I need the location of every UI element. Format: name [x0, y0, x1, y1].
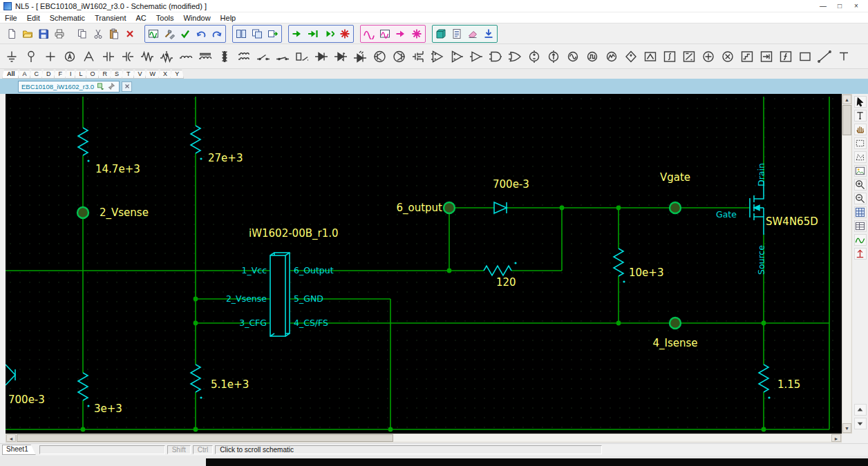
tools-icon[interactable] — [162, 26, 177, 41]
diode-symbol[interactable] — [494, 202, 507, 213]
voltage-source-icon[interactable] — [525, 47, 543, 66]
ic-body-front[interactable] — [270, 255, 285, 336]
redo-icon[interactable] — [209, 26, 225, 41]
or-gate-icon[interactable] — [506, 47, 524, 66]
resistor-symbol[interactable] — [78, 373, 88, 400]
led-icon[interactable] — [351, 47, 369, 66]
hand-icon[interactable] — [854, 124, 867, 135]
ac-sine-icon[interactable] — [361, 26, 377, 41]
minimize-button[interactable]: — — [815, 2, 831, 10]
table-icon[interactable] — [854, 220, 867, 232]
resistor-symbol[interactable] — [191, 126, 200, 153]
schematic-canvas[interactable]: 14.7e+3 27e+3 2_Vsense iW1602-00B_r1.0 6… — [6, 94, 842, 434]
pulse-source-icon[interactable] — [583, 47, 601, 66]
text-tool-icon[interactable] — [854, 110, 867, 122]
menu-item[interactable]: Transient — [90, 13, 131, 23]
coupled-coils-icon[interactable] — [235, 47, 253, 66]
run-icon[interactable] — [290, 26, 305, 41]
relay-icon[interactable] — [293, 47, 311, 66]
window-new-icon[interactable] — [249, 26, 265, 41]
probe-ring[interactable] — [670, 318, 681, 329]
step-icon[interactable] — [321, 26, 337, 41]
open-folder-icon[interactable] — [20, 26, 35, 41]
zoom-grid-icon[interactable] — [854, 206, 867, 218]
switch-open-icon[interactable] — [254, 47, 272, 66]
cursor-icon[interactable] — [854, 96, 867, 108]
filter-tab[interactable]: T — [122, 70, 135, 79]
ammeter-icon[interactable] — [61, 47, 79, 66]
zoom-in-icon[interactable] — [854, 179, 867, 191]
pwl-source-icon[interactable] — [603, 47, 621, 66]
scroll-up-button[interactable]: ▲ — [842, 95, 851, 104]
probe-ring[interactable] — [444, 202, 455, 213]
comparator-icon[interactable] — [448, 47, 466, 66]
copy-icon[interactable] — [75, 26, 90, 41]
text-icon[interactable] — [835, 47, 853, 66]
menu-item[interactable]: Tools — [151, 13, 179, 23]
window-tile-icon[interactable] — [234, 26, 249, 41]
capacitor-icon[interactable] — [100, 47, 117, 66]
filter-tab[interactable]: D — [41, 70, 56, 79]
switch-closed-icon[interactable] — [274, 47, 292, 66]
resistor-icon[interactable] — [138, 47, 156, 66]
page-up-icon[interactable] — [854, 404, 867, 416]
differentiator-icon[interactable] — [680, 47, 698, 66]
capacitor-polar-icon[interactable] — [119, 47, 137, 66]
page-down-icon[interactable] — [854, 418, 867, 429]
probe-ring[interactable] — [77, 207, 88, 218]
menu-item[interactable]: Schematic — [45, 13, 90, 23]
summer-icon[interactable] — [699, 47, 717, 66]
select-region-icon[interactable] — [854, 151, 867, 163]
npn-icon[interactable] — [370, 47, 388, 66]
export-icon[interactable] — [433, 26, 449, 41]
menu-item[interactable]: Edit — [22, 13, 45, 23]
waveform-icon[interactable] — [854, 234, 867, 246]
ground-icon[interactable] — [3, 47, 21, 66]
window-send-icon[interactable] — [265, 26, 281, 41]
sheet-tab[interactable]: Sheet1 — [2, 445, 36, 455]
horizontal-scrollbar[interactable]: ◄ ► — [6, 434, 842, 443]
wire-icon[interactable] — [815, 47, 833, 66]
goto-sheet-icon[interactable] — [96, 81, 106, 91]
filter-tab[interactable]: X — [158, 70, 172, 79]
ac-run-icon[interactable] — [393, 26, 408, 41]
wires[interactable] — [6, 97, 829, 429]
and-gate-icon[interactable] — [487, 47, 504, 66]
document-tab[interactable]: EBC10108_iW1602_r3.0 — [18, 81, 120, 93]
amplifier-icon[interactable] — [641, 47, 659, 66]
inductor-icon[interactable] — [177, 47, 195, 66]
sine-source-icon[interactable] — [564, 47, 582, 66]
vertical-scroll-thumb[interactable] — [842, 105, 851, 135]
cut-icon[interactable] — [91, 26, 106, 41]
opamp-icon[interactable] — [428, 47, 446, 66]
scroll-right-button[interactable]: ► — [831, 434, 841, 442]
zener-icon[interactable] — [332, 47, 350, 66]
ac-stop-icon[interactable] — [409, 26, 424, 41]
marker-icon[interactable] — [854, 248, 867, 260]
pnp-icon[interactable] — [390, 47, 408, 66]
filter-tab[interactable]: All — [2, 70, 20, 79]
mosfet-symbol[interactable] — [750, 181, 764, 235]
current-source-icon[interactable] — [545, 47, 563, 66]
select-rect-icon[interactable] — [854, 137, 867, 149]
controlled-source-icon[interactable] — [622, 47, 640, 66]
scroll-down-button[interactable]: ▼ — [842, 423, 851, 433]
zoom-out-icon[interactable] — [854, 193, 867, 204]
scroll-left-button[interactable]: ◄ — [6, 434, 16, 442]
download-icon[interactable] — [481, 26, 496, 41]
diode-icon[interactable] — [312, 47, 330, 66]
nmos-icon[interactable] — [409, 47, 427, 66]
stop-icon[interactable] — [337, 26, 352, 41]
eraser-icon[interactable] — [465, 26, 480, 41]
run-to-icon[interactable] — [305, 26, 321, 41]
plus-icon[interactable] — [41, 47, 59, 66]
filter-tab[interactable]: O — [86, 70, 100, 79]
filter-tab[interactable]: Y — [170, 70, 184, 79]
image-icon[interactable] — [854, 165, 867, 177]
filter-tab[interactable]: V — [133, 70, 147, 79]
filter-tab[interactable]: W — [145, 70, 161, 79]
report-icon[interactable] — [449, 26, 464, 41]
pin-icon[interactable] — [106, 81, 116, 91]
menu-item[interactable]: File — [0, 13, 22, 23]
undo-icon[interactable] — [194, 26, 209, 41]
